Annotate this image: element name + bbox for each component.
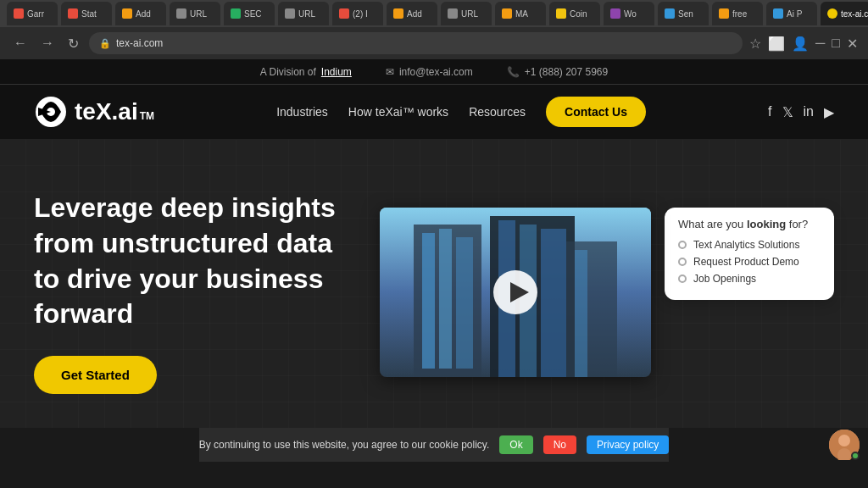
chat-option-analytics[interactable]: Text Analytics Solutions (678, 239, 821, 251)
main-nav: Industries How teXai™ works Resources Co… (276, 97, 646, 127)
nav-resources[interactable]: Resources (469, 105, 526, 119)
url-text: tex-ai.com (116, 37, 732, 49)
top-bar: A Division of Indium ✉ info@tex-ai.com 📞… (0, 59, 868, 85)
tab-2i[interactable]: (2) I (332, 2, 383, 25)
hero-title: Leverage deep insights from unstructured… (34, 191, 346, 331)
tab-add[interactable]: Add (115, 2, 166, 25)
tab-texai[interactable]: tex-ai.com ✕ (821, 2, 868, 25)
division-info: A Division of Indium (260, 66, 352, 78)
tab-wo[interactable]: Wo (604, 2, 654, 25)
cookie-ok-button[interactable]: Ok (499, 435, 532, 454)
tab-garr[interactable]: Garr (7, 2, 58, 25)
tab-bar: Garr Stat Add URL SEC URL (2) I Add (0, 0, 868, 27)
contact-us-button[interactable]: Contact Us (546, 97, 646, 127)
twitter-icon[interactable]: 𝕏 (782, 104, 793, 120)
svg-rect-6 (456, 237, 473, 369)
tab-sen[interactable]: Sen (658, 2, 709, 25)
svg-rect-5 (439, 229, 452, 369)
chat-option-demo[interactable]: Request Product Demo (678, 256, 821, 268)
email-info: ✉ info@tex-ai.com (386, 66, 473, 78)
maximize-icon[interactable]: □ (832, 36, 840, 51)
bookmark-icon[interactable]: ☆ (749, 36, 761, 52)
youtube-icon[interactable]: ▶ (824, 104, 834, 120)
phone-info: 📞 +1 (888) 207 5969 (507, 66, 608, 78)
tab-aip[interactable]: Ai P (766, 2, 817, 25)
chat-popup: What are you looking for? Text Analytics… (665, 208, 834, 300)
svg-rect-10 (541, 229, 566, 377)
logo-icon (34, 95, 68, 129)
logo[interactable]: teX.aiTM (34, 95, 154, 129)
nav-bar: ← → ↻ 🔒 tex-ai.com ☆ ⬜ 👤 ─ □ ✕ (0, 27, 868, 59)
lock-icon: 🔒 (99, 38, 111, 49)
tab-coin[interactable]: Coin (549, 2, 600, 25)
address-bar[interactable]: 🔒 tex-ai.com (89, 32, 743, 54)
division-prefix: A Division of (260, 66, 316, 78)
chat-avatar[interactable] (829, 430, 860, 460)
tab-stat[interactable]: Stat (61, 2, 112, 25)
division-brand[interactable]: Indium (321, 66, 352, 78)
facebook-icon[interactable]: f (768, 104, 771, 119)
hero-right: What are you looking for? Text Analytics… (380, 208, 834, 377)
back-button[interactable]: ← (10, 34, 31, 53)
forward-button[interactable]: → (37, 34, 58, 53)
hero-content: Leverage deep insights from unstructured… (34, 191, 346, 393)
svg-point-16 (838, 435, 850, 446)
cookie-section: By continuing to use this website, you a… (0, 428, 868, 462)
cookie-privacy-button[interactable]: Privacy policy (587, 435, 669, 454)
cookie-no-button[interactable]: No (543, 435, 576, 454)
browser-chrome: Garr Stat Add URL SEC URL (2) I Add (0, 0, 868, 59)
chat-option-jobs[interactable]: Job Openings (678, 273, 821, 285)
nav-industries[interactable]: Industries (276, 105, 328, 119)
tab-ma[interactable]: MA (495, 2, 546, 25)
hero-section: Leverage deep insights from unstructured… (0, 140, 868, 428)
website: A Division of Indium ✉ info@tex-ai.com 📞… (0, 59, 868, 488)
phone-text[interactable]: +1 (888) 207 5969 (525, 66, 608, 78)
tab-free[interactable]: free (712, 2, 763, 25)
social-icons: f 𝕏 in ▶ (768, 104, 834, 120)
phone-icon: 📞 (507, 66, 520, 78)
linkedin-icon[interactable]: in (804, 104, 814, 119)
profile-icon[interactable]: 👤 (792, 36, 809, 52)
tab-add2[interactable]: Add (387, 2, 437, 25)
site-header: teX.aiTM Industries How teXai™ works Res… (0, 85, 868, 140)
video-container[interactable] (380, 208, 651, 377)
nav-actions: ☆ ⬜ 👤 ─ □ ✕ (749, 36, 858, 52)
radio-jobs[interactable] (678, 274, 687, 283)
radio-analytics[interactable] (678, 241, 687, 249)
tab-url3[interactable]: URL (441, 2, 492, 25)
extensions-icon[interactable]: ⬜ (768, 36, 785, 52)
cookie-bar: By continuing to use this website, you a… (199, 428, 670, 462)
minimize-icon[interactable]: ─ (815, 36, 825, 51)
tab-url2[interactable]: URL (278, 2, 329, 25)
nav-how-works[interactable]: How teXai™ works (348, 105, 448, 119)
video-thumbnail (380, 208, 651, 377)
svg-rect-4 (422, 233, 435, 369)
chat-question: What are you looking for? (678, 218, 821, 230)
svg-rect-11 (566, 241, 617, 377)
radio-demo[interactable] (678, 258, 687, 266)
email-icon: ✉ (386, 66, 394, 78)
cookie-message: By continuing to use this website, you a… (199, 439, 490, 451)
logo-text: teX.aiTM (75, 98, 154, 125)
close-window-icon[interactable]: ✕ (847, 36, 858, 52)
tab-sec[interactable]: SEC (224, 2, 275, 25)
email-text[interactable]: info@tex-ai.com (399, 66, 473, 78)
svg-rect-12 (575, 250, 587, 377)
tab-url1[interactable]: URL (170, 2, 220, 25)
get-started-button[interactable]: Get Started (34, 356, 157, 394)
reload-button[interactable]: ↻ (64, 34, 82, 53)
